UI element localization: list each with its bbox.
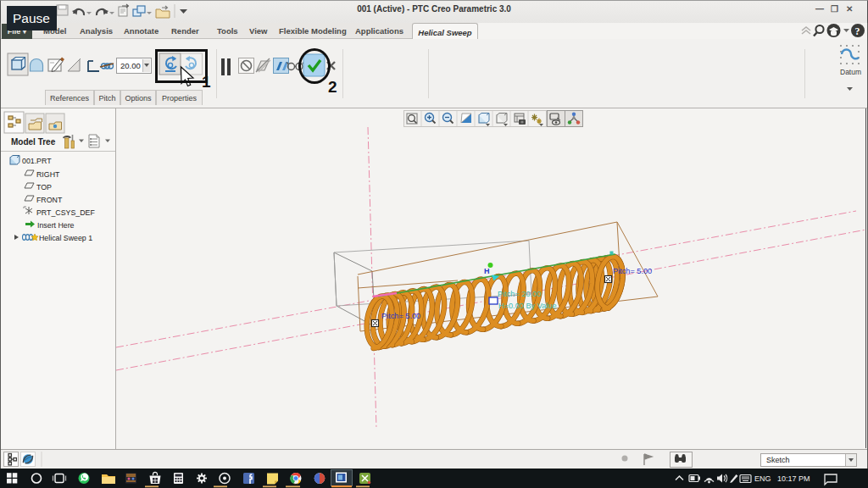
svg-text:Pitch= 20.00: Pitch= 20.00 — [498, 290, 541, 298]
svg-text:Pitch= 5.00: Pitch= 5.00 — [613, 267, 652, 275]
svg-text:?: ? — [855, 25, 860, 37]
svg-text:TOP: TOP — [36, 183, 52, 191]
svg-text:Pitch= 5.00: Pitch= 5.00 — [381, 312, 420, 320]
svg-text:001.PRT: 001.PRT — [22, 157, 52, 165]
svg-text:Insert Here: Insert Here — [37, 221, 75, 230]
svg-text:H: H — [484, 267, 490, 275]
svg-text:Helical Sweep 1: Helical Sweep 1 — [39, 234, 92, 242]
svg-text:Datum: Datum — [840, 68, 861, 76]
svg-text:ENG: ENG — [754, 474, 771, 483]
svg-text:PRT_CSYS_DEF: PRT_CSYS_DEF — [36, 208, 95, 217]
svg-text:10:17 PM: 10:17 PM — [777, 474, 810, 483]
svg-text:RIGHT: RIGHT — [36, 170, 60, 179]
svg-text:FRONT: FRONT — [36, 196, 63, 204]
svg-text:H=0.00 By Value: H=0.00 By Value — [498, 302, 557, 310]
